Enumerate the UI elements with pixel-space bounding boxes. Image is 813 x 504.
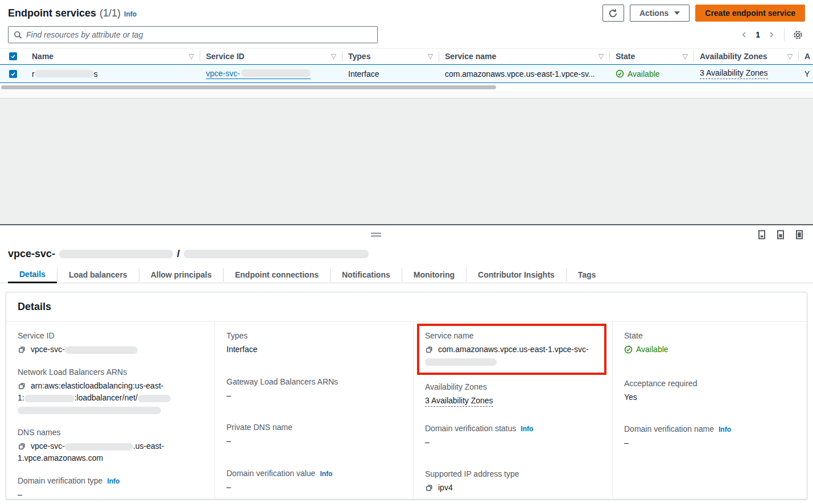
panel-half-icon (776, 230, 785, 239)
sort-icon[interactable]: ▽ (189, 52, 194, 60)
page-title-text: Endpoint services (8, 7, 96, 19)
horizontal-scrollbar[interactable] (1, 85, 496, 89)
column-header-availability-zones[interactable]: Availability Zones ▽ (694, 51, 799, 61)
copy-icon[interactable] (425, 484, 434, 492)
details-card-body: Service ID vpce-svc- Network Load Balanc… (6, 322, 807, 499)
column-header-types[interactable]: Types ▽ (342, 51, 439, 61)
table-toolbar: 1 (0, 22, 813, 43)
panel-size-full-button[interactable] (795, 230, 804, 239)
copy-icon[interactable] (18, 345, 26, 354)
resource-count: (1/1) (100, 7, 121, 19)
row-types-cell: Interface (342, 65, 439, 82)
field-dns-names: DNS names vpce-svc-.us-east- 1.vpce.amaz… (18, 428, 203, 464)
info-link[interactable]: Info (719, 425, 731, 433)
split-panel: vpce-svc- / Details Load balancers Allow… (0, 224, 813, 499)
check-icon (10, 71, 16, 77)
info-link[interactable]: Info (320, 470, 332, 478)
redacted-text (138, 395, 171, 402)
info-link[interactable]: Info (107, 477, 119, 485)
chevron-left-icon (741, 31, 748, 38)
panel-resize-handle[interactable] (371, 233, 381, 237)
column-header-name[interactable]: Name ▽ (26, 51, 200, 61)
details-column-4: State Available Acceptance required Yes (612, 322, 807, 499)
current-page-number[interactable]: 1 (751, 30, 765, 39)
column-header-service-id[interactable]: Service ID ▽ (200, 51, 342, 61)
caret-down-icon (674, 11, 680, 15)
row-availability-zones-cell: 3 Availability Zones (694, 65, 799, 82)
sort-icon[interactable]: ▽ (331, 52, 336, 60)
field-nlb-arns: Network Load Balancers ARNs arn:aws:elas… (18, 367, 203, 416)
content-background (0, 98, 813, 224)
redacted-text (18, 407, 161, 414)
column-header-acceptance[interactable]: A (799, 51, 813, 61)
table-preferences-button[interactable] (790, 27, 805, 42)
search-input[interactable] (26, 30, 372, 39)
column-header-state[interactable]: State ▽ (610, 51, 694, 61)
panel-size-small-button[interactable] (757, 230, 766, 239)
field-service-name: Service name com.amazonaws.vpce.us-east-… (425, 331, 600, 367)
split-panel-toolbar (0, 225, 813, 246)
copy-icon[interactable] (18, 382, 26, 390)
tab-endpoint-connections[interactable]: Endpoint connections (224, 266, 330, 283)
redacted-text (59, 250, 173, 258)
pagination: 1 (737, 27, 805, 42)
search-box[interactable] (8, 26, 378, 43)
annotation-highlight-box: Service name com.amazonaws.vpce.us-east-… (417, 324, 606, 375)
select-all-checkbox[interactable] (9, 52, 17, 60)
refresh-icon (608, 9, 618, 18)
select-all-cell (0, 51, 26, 61)
field-gateway-lb-arns: Gateway Load Balancers ARNs – (226, 377, 402, 402)
sort-icon[interactable]: ▽ (683, 52, 688, 60)
details-column-2: Types Interface Gateway Load Balancers A… (214, 322, 413, 499)
title-info-link[interactable]: Info (124, 10, 137, 18)
tab-notifications[interactable]: Notifications (331, 266, 402, 283)
tab-monitoring[interactable]: Monitoring (402, 266, 466, 283)
tab-tags[interactable]: Tags (567, 266, 608, 283)
row-state-cell: Available (610, 65, 694, 82)
tab-contributor-insights[interactable]: Contributor Insights (467, 266, 566, 283)
service-id-link[interactable]: vpce-svc- (206, 69, 311, 79)
next-page-button[interactable] (765, 28, 778, 42)
panel-size-half-button[interactable] (776, 230, 785, 239)
details-card: Details Service ID vpce-svc- Network Loa… (6, 292, 807, 499)
field-private-dns-name: Private DNS name – (226, 423, 402, 447)
row-name-cell: rs (26, 65, 200, 82)
redacted-text (35, 70, 94, 77)
tab-details[interactable]: Details (8, 266, 57, 283)
actions-button[interactable]: Actions (630, 5, 690, 22)
availability-zones-popover-trigger[interactable]: 3 Availability Zones (425, 396, 493, 407)
panel-layout-controls (757, 230, 804, 239)
row-checkbox[interactable] (9, 70, 17, 78)
page-title: Endpoint services (1/1) Info (8, 7, 137, 19)
table-footer (0, 91, 813, 98)
redacted-text (425, 358, 497, 366)
field-domain-verification-type: Domain verification type Info – (18, 476, 203, 501)
panel-tabs: Details Load balancers Allow principals … (0, 262, 813, 283)
sort-icon[interactable]: ▽ (599, 52, 604, 60)
refresh-button[interactable] (602, 5, 624, 22)
create-endpoint-service-button[interactable]: Create endpoint service (695, 5, 805, 22)
panel-small-icon (757, 230, 766, 239)
field-types: Types Interface (226, 331, 402, 356)
availability-zones-popover-trigger[interactable]: 3 Availability Zones (700, 68, 768, 79)
info-link[interactable]: Info (521, 425, 533, 433)
row-acceptance-cell: Y (799, 65, 813, 82)
copy-icon[interactable] (425, 345, 434, 354)
panel-title: vpce-svc- / (0, 246, 813, 262)
column-header-service-name[interactable]: Service name ▽ (439, 51, 610, 61)
sort-icon[interactable]: ▽ (787, 52, 793, 60)
row-service-name-cell: com.amazonaws.vpce.us-east-1.vpce-sv... (439, 65, 610, 82)
copy-icon[interactable] (18, 442, 26, 451)
endpoint-services-page: Endpoint services (1/1) Info Actions Cre… (0, 0, 813, 504)
row-select-cell (0, 65, 26, 82)
redacted-text (65, 443, 133, 451)
row-service-id-cell: vpce-svc- (200, 65, 342, 82)
details-column-3: Service name com.amazonaws.vpce.us-east-… (413, 322, 612, 499)
sort-icon[interactable]: ▽ (428, 52, 433, 60)
pager-divider (784, 28, 785, 41)
tab-load-balancers[interactable]: Load balancers (57, 266, 139, 283)
horizontal-scrollbar-track (0, 83, 813, 91)
tab-allow-principals[interactable]: Allow principals (139, 266, 223, 283)
table-row[interactable]: rs vpce-svc- Interface com.amazonaws.vpc… (0, 64, 813, 83)
previous-page-button[interactable] (737, 28, 751, 42)
